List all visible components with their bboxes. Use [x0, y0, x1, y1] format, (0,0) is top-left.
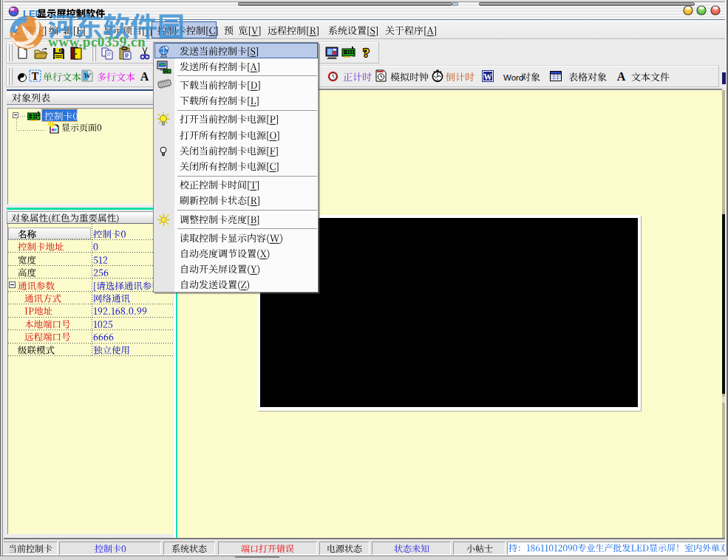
- svg-text:W: W: [483, 72, 492, 81]
- svg-text:W: W: [84, 71, 92, 80]
- svg-text:A: A: [617, 70, 626, 82]
- svg-text:T: T: [32, 71, 39, 82]
- svg-text:A: A: [140, 70, 149, 82]
- svg-text:?: ?: [363, 46, 370, 59]
